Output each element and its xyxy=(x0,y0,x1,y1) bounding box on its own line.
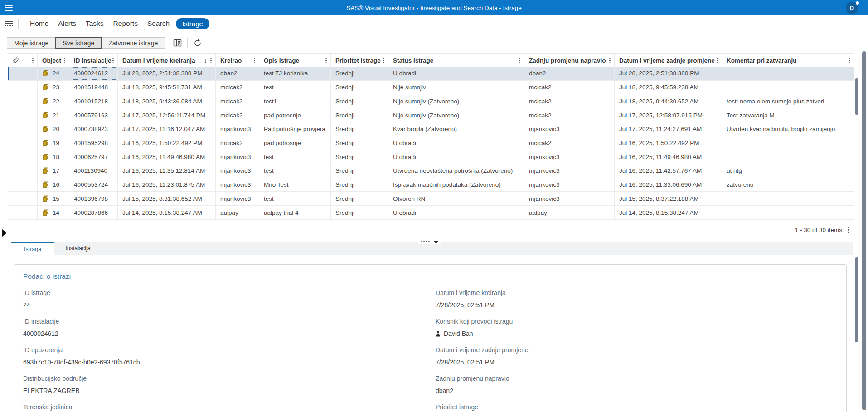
column-menu-icon[interactable] xyxy=(210,58,212,63)
toolbar-separator xyxy=(187,38,188,48)
cell-opis: test1 xyxy=(259,94,331,108)
cell-attachments xyxy=(8,192,38,205)
column-header-komentar-pri-zatvaranju[interactable]: Komentar pri zatvaranju xyxy=(722,54,854,67)
column-menu-icon[interactable] xyxy=(717,58,718,63)
column-options-icon[interactable] xyxy=(173,39,182,48)
column-header-opis-istrage[interactable]: Opis istrage xyxy=(259,54,331,67)
cell-prioritet: Srednji xyxy=(331,108,388,122)
column-header-label: Datum i vrijeme zadnje promjene xyxy=(619,57,717,64)
table-row[interactable]: 194001595298Jul 16, 2025, 1:50:22.492 PM… xyxy=(8,136,854,150)
field-datum-i-vrijeme-kreiranja: Datum i vrijeme kreiranja7/28/2025, 02:5… xyxy=(436,289,846,309)
panel-scrollbar[interactable] xyxy=(855,257,858,342)
table-row[interactable]: 144000287866Jul 14, 2025, 8:15:38.247 AM… xyxy=(8,206,854,220)
column-menu-icon[interactable] xyxy=(609,58,611,63)
expand-panel-arrow-icon[interactable] xyxy=(2,229,7,237)
cell-attachments xyxy=(8,164,38,178)
cell-prioritet: Srednji xyxy=(331,67,388,80)
cell-komentar: Test zatvaranja M xyxy=(722,108,854,122)
table-row[interactable]: 204000738923Jul 17, 2025, 11:16:12.047 A… xyxy=(8,122,854,136)
table-row[interactable]: 154001396798Jul 15, 2025, 8:31:38.652 AM… xyxy=(8,192,854,206)
detail-tab-instalacija[interactable]: Instalacija xyxy=(54,242,102,255)
refresh-icon[interactable] xyxy=(193,39,202,48)
field-value: 24 xyxy=(23,301,436,309)
column-header-zadnju-promjenu-napravio[interactable]: Zadnju promjenu napravio xyxy=(524,54,615,67)
cell-datum-kreiranja: Jul 15, 2025, 8:31:38.652 AM xyxy=(118,192,216,205)
filter-button-zatvorene-istrage[interactable]: Zatvorene istrage xyxy=(101,37,165,49)
field-value[interactable]: 693b7c10-78df-439c-b0e2-69370f5761cb xyxy=(23,358,436,366)
field-prioritet-istrage: Prioritet istrage xyxy=(436,403,846,412)
cell-opis: test TJ korisnika xyxy=(259,67,331,80)
app-list-icon[interactable] xyxy=(0,15,18,32)
cell-prioritet: Srednji xyxy=(331,192,388,205)
cell-prioritet: Srednji xyxy=(331,206,388,219)
column-menu-icon[interactable] xyxy=(32,58,34,63)
column-header-kreirao[interactable]: Kreirao xyxy=(216,54,259,67)
cell-datum-kreiranja: Jul 18, 2025, 9:45:51.731 AM xyxy=(118,81,216,94)
cell-attachments xyxy=(8,67,38,80)
table-row[interactable]: 224001015218Jul 18, 2025, 9:43:36.084 AM… xyxy=(8,94,854,108)
investigation-icon xyxy=(42,84,49,91)
nav-item-alerts[interactable]: Alerts xyxy=(58,19,76,28)
cell-opis: aalpay trial 4 xyxy=(259,206,331,219)
cell-attachments xyxy=(8,94,38,108)
table-row[interactable]: 184000625797Jul 16, 2025, 11:49:46.980 A… xyxy=(8,150,854,164)
column-header-prioritet-istrage[interactable]: Prioritet istrage xyxy=(331,54,388,67)
detail-heading: Podaci o istrazi xyxy=(23,272,846,281)
filter-button-sve-istrage[interactable]: Sve istrage xyxy=(55,37,102,49)
cell-prioritet: Srednji xyxy=(331,150,388,164)
column-menu-icon[interactable] xyxy=(64,58,65,63)
pagination-menu-icon[interactable] xyxy=(848,227,849,233)
nav-item-tasks[interactable]: Tasks xyxy=(86,19,104,28)
table-row[interactable]: 234001519448Jul 18, 2025, 9:45:51.731 AM… xyxy=(8,81,854,95)
cell-id-instalacije: 4001519448 xyxy=(69,81,118,94)
pane-splitter[interactable] xyxy=(0,241,868,241)
cell-status: Nije sumnjiv xyxy=(388,81,524,94)
detail-tab-istraga[interactable]: Istraga xyxy=(11,242,54,255)
filter-button-moje-istrage[interactable]: Moje istrage xyxy=(7,37,56,49)
investigation-icon xyxy=(42,126,49,132)
cell-zadnju-promjenu-napravio: mcicak2 xyxy=(524,81,615,94)
cell-datum-kreiranja: Jul 16, 2025, 11:23:01.875 AM xyxy=(118,178,216,192)
investigation-icon xyxy=(42,70,49,77)
nav-item-reports[interactable]: Reports xyxy=(113,19,138,28)
column-menu-icon[interactable] xyxy=(519,58,520,63)
table-row[interactable]: 244000024612Jul 28, 2025, 2:51:38.380 PM… xyxy=(8,67,854,81)
cell-datum-zadnje-promjene: Jul 18, 2025, 9:45:59.238 AM xyxy=(615,81,722,94)
column-menu-icon[interactable] xyxy=(383,58,384,63)
column-menu-icon[interactable] xyxy=(325,58,327,63)
table-scrollbar[interactable] xyxy=(855,78,858,115)
user-avatar[interactable]: D xyxy=(846,2,858,14)
attachment-column-header[interactable] xyxy=(8,54,38,67)
column-header-object[interactable]: Object xyxy=(38,54,69,67)
column-header-datum-i-vrijeme-kreiranja[interactable]: Datum i vrijeme kreiranja↓ xyxy=(118,54,216,67)
nav-item-home[interactable]: Home xyxy=(30,19,48,28)
page-scrollbar[interactable] xyxy=(862,51,866,410)
column-header-status-istrage[interactable]: Status istrage xyxy=(388,54,524,67)
column-menu-icon[interactable] xyxy=(254,58,255,63)
cell-zadnju-promjenu-napravio: mjankovic3 xyxy=(524,178,615,192)
field-value: dban2 xyxy=(436,387,846,395)
nav-item-search[interactable]: Search xyxy=(147,19,170,28)
cell-datum-kreiranja: Jul 14, 2025, 8:15:38.247 AM xyxy=(118,206,216,219)
investigations-table: ObjectID instalacijeDatum i vrijeme krei… xyxy=(8,53,854,220)
field-value: 4000024612 xyxy=(23,330,436,338)
investigation-icon xyxy=(42,140,49,146)
detail-panel: Podaci o istrazi ID istrage24ID instalac… xyxy=(14,264,847,412)
cell-datum-zadnje-promjene: Jul 14, 2025, 8:15:38.247 AM xyxy=(615,206,722,219)
cell-datum-zadnje-promjene: Jul 15, 2025, 8:37:22.188 AM xyxy=(615,192,722,205)
cell-object: 21 xyxy=(38,108,69,122)
nav-item-istrage-active[interactable]: Istrage xyxy=(176,18,209,29)
cell-id-instalacije: 4001396798 xyxy=(69,192,118,205)
table-row[interactable]: 214000579163Jul 17, 2025, 12:56:11.744 P… xyxy=(8,108,854,122)
cell-kreirao: mjankovic3 xyxy=(216,164,259,178)
field-zadnju-promjenu-napravio: Zadnju promjenu napraviodban2 xyxy=(436,374,846,395)
column-header-datum-i-vrijeme-zadnje-promjene[interactable]: Datum i vrijeme zadnje promjene xyxy=(615,54,722,67)
splitter-handle[interactable] xyxy=(418,238,441,244)
field-id-upozorenja: ID upozorenja693b7c10-78df-439c-b0e2-693… xyxy=(23,346,436,366)
table-row[interactable]: 174001130940Jul 16, 2025, 11:35:12.814 A… xyxy=(8,164,854,178)
column-header-id-instalacije[interactable]: ID instalacije xyxy=(69,54,118,67)
investigation-icon xyxy=(42,181,49,188)
column-menu-icon[interactable] xyxy=(849,58,850,63)
table-row[interactable]: 164000553724Jul 16, 2025, 11:23:01.875 A… xyxy=(8,178,854,192)
column-menu-icon[interactable] xyxy=(112,58,114,63)
